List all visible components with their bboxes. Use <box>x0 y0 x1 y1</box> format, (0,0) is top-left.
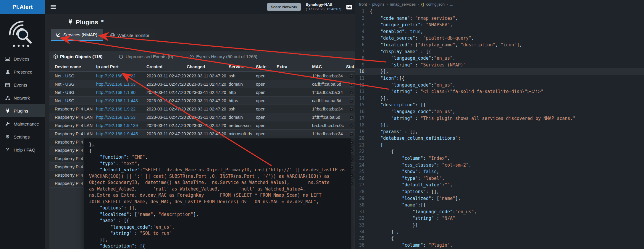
ip-port-cell: http://192.168.1.1:22 <box>96 74 146 78</box>
created-cell: 2023-03-11 02:47:20 <box>146 90 187 95</box>
globe-icon <box>110 33 115 38</box>
ip-port-link[interactable]: http://192.168.1.9:53 <box>96 115 135 120</box>
editor-code-line: 35 { <box>355 235 644 242</box>
editor-code-line: 2 "code_name": "nmap_services", <box>355 15 644 22</box>
sidebar-item-devices[interactable]: Devices <box>0 52 45 65</box>
editor-code-line: 1{ <box>355 8 644 15</box>
subtab-label: Unprocessed Events (0) <box>125 54 173 59</box>
subtab-label: Events History (50 out of 1265) <box>196 54 257 59</box>
sidebar-item-maintenance[interactable]: Maintenance <box>0 117 45 130</box>
column-header[interactable]: State <box>256 64 277 69</box>
sidebar-item-events[interactable]: Events <box>0 78 45 91</box>
ip-port-link[interactable]: http://192.168.1.1:443 <box>96 98 138 103</box>
row-checkbox[interactable]: ✓ <box>350 132 353 136</box>
editor-code-line: 18 }], <box>355 122 644 128</box>
breadcrumb-item[interactable]: front <box>359 2 367 6</box>
line-number: 24 <box>355 162 370 169</box>
clock-icon <box>190 55 194 59</box>
hamburger-icon[interactable] <box>51 5 56 9</box>
column-header[interactable]: Service <box>229 64 256 69</box>
state-cell: open <box>256 74 277 78</box>
service-cell: ssh <box>229 107 256 111</box>
editor-code[interactable]: 1{2 "code_name": "nmap_services",3 "uniq… <box>355 8 644 249</box>
subtab-events-history[interactable]: Events History (50 out of 1265) <box>190 54 257 59</box>
column-header[interactable]: MAC <box>312 64 346 69</box>
plugin-config-code-overlay[interactable]: },{ "function": "CMD", "type": "text", "… <box>84 139 351 249</box>
tab-services-nmap[interactable]: Services (NMAP) <box>51 29 103 41</box>
row-checkbox[interactable]: ✓ <box>350 91 353 95</box>
sidebar-item-label: Help / FAQ <box>14 147 35 152</box>
sidebar-item-settings[interactable]: ⚙ Settings <box>0 130 45 143</box>
ip-port-cell: http://192.168.1.9:139 <box>96 123 146 128</box>
line-number: 28 <box>355 188 370 195</box>
editor-code-line: 8 "language_code":"en_us", <box>355 55 644 62</box>
column-header[interactable]: Changed <box>187 64 229 69</box>
mac-cell: 1f:ba:ff:ca:ba:34 <box>312 74 346 78</box>
line-number: 2 <box>355 15 370 22</box>
editor-code-line: 4 "enabled": true, <box>355 28 644 35</box>
subtab-unprocessed-events[interactable]: Unprocessed Events (0) <box>119 54 173 59</box>
line-number: 29 <box>355 195 370 202</box>
topbar: Scan: Network Synology-NAS (11/03/2023, … <box>45 0 355 14</box>
service-cell: ssh <box>229 74 256 78</box>
state-cell: open <box>256 98 277 103</box>
sidebar-item-presence[interactable]: Presence <box>0 65 45 78</box>
created-cell: 2023-03-11 02:47:20 <box>146 123 187 128</box>
ip-port-link[interactable]: http://192.168.1.9:445 <box>96 131 138 136</box>
column-header[interactable]: Extra <box>277 64 312 69</box>
satellite-dish-icon <box>56 32 61 37</box>
line-number: 13 <box>355 88 370 95</box>
sidebar-item-help[interactable]: ? Help / FAQ <box>0 143 45 156</box>
column-header[interactable]: Ip and Port <box>96 64 146 69</box>
pialert-logo-icon <box>7 20 38 48</box>
line-number: 8 <box>355 55 370 62</box>
plug-icon <box>5 108 10 113</box>
subtab-plugin-objects[interactable]: Plugin Objects (115) <box>54 54 102 59</box>
line-number: 26 <box>355 175 370 182</box>
plugins-badge <box>101 20 104 22</box>
line-number: 33 <box>355 222 370 229</box>
row-checkbox[interactable]: ✓ <box>350 83 353 87</box>
changed-cell: 2023-03-11 02:47:20 <box>187 131 229 136</box>
sidebar-item-plugins[interactable]: Plugins <box>0 104 45 117</box>
nas-icon[interactable] <box>346 4 353 10</box>
mac-cell: ca:ff:ff:ca:ba:6d <box>312 82 346 87</box>
ip-port-link[interactable]: http://192.168.1.9:22 <box>96 107 135 111</box>
changed-cell: 2023-03-11 02:47:20 <box>187 74 229 78</box>
stat-cell: ✓ <box>346 74 355 78</box>
breadcrumb-item[interactable]: config.json <box>426 2 445 6</box>
overlay-code-line: ns.Extra as Extra, dv.dev_MAC as Foreign… <box>89 192 351 199</box>
device-name-cell: Raspberry Pi 4 LAN <box>55 107 96 111</box>
line-number: 17 <box>355 115 370 122</box>
ip-port-link[interactable]: http://192.168.1.1:22 <box>96 74 135 78</box>
row-checkbox[interactable]: ✓ <box>350 124 353 128</box>
code-editor[interactable]: front› plugins› nmap_services› {} config… <box>355 0 644 249</box>
ip-port-link[interactable]: http://192.168.1.1:53 <box>96 82 135 87</box>
wrench-icon <box>5 122 10 126</box>
line-number: 12 <box>355 82 370 89</box>
sidebar-item-network[interactable]: Network <box>0 91 45 104</box>
column-header[interactable]: Created <box>146 64 187 69</box>
overlay-code-line: }], <box>89 237 351 243</box>
breadcrumb-item[interactable]: ... <box>450 2 453 6</box>
ip-port-link[interactable]: http://192.168.1.9:139 <box>96 123 138 128</box>
row-checkbox[interactable]: ✓ <box>350 74 353 78</box>
breadcrumb-item[interactable]: nmap_services <box>390 2 416 6</box>
device-name-cell: Raspberry Pi 4 LAN <box>55 131 96 136</box>
tab-label: Website monitor <box>117 33 149 38</box>
breadcrumb-item[interactable]: plugins <box>372 2 384 6</box>
line-number: 36 <box>355 242 370 249</box>
gear-icon: ⚙ <box>5 134 10 139</box>
row-checkbox[interactable]: ✓ <box>350 108 353 111</box>
subtabs: Plugin Objects (115) Unprocessed Events … <box>49 51 355 62</box>
column-header[interactable]: Stat <box>346 64 355 69</box>
editor-code-line: 36 "column": "Plugin", <box>355 242 644 249</box>
table-row: Net - USGhttp://192.168.1.1:802023-03-11… <box>49 88 355 97</box>
ip-port-link[interactable]: http://192.168.1.1:80 <box>96 90 135 95</box>
editor-code-line: 24 "css_classes": "col-sm-2", <box>355 162 644 169</box>
tab-website-monitor[interactable]: Website monitor <box>105 29 155 41</box>
column-header[interactable]: Device name <box>55 64 96 69</box>
service-cell: domain <box>229 115 256 120</box>
row-checkbox[interactable]: ✓ <box>350 116 353 120</box>
row-checkbox[interactable]: ✓ <box>350 99 353 103</box>
